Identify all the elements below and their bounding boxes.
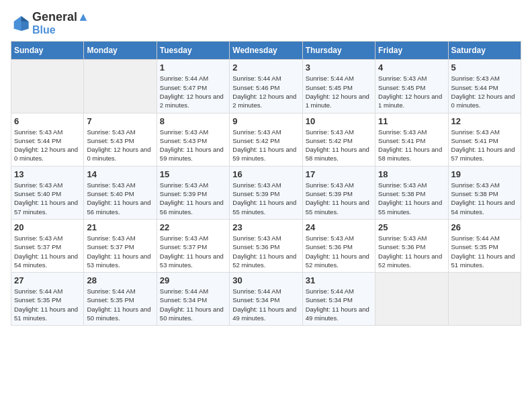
column-header-sunday: Sunday xyxy=(11,42,84,60)
day-info: Sunrise: 5:43 AM Sunset: 5:41 PM Dayligh… xyxy=(378,128,445,163)
day-info: Sunrise: 5:44 AM Sunset: 5:34 PM Dayligh… xyxy=(306,287,372,322)
week-row-2: 6Sunrise: 5:43 AM Sunset: 5:44 PM Daylig… xyxy=(11,113,521,166)
day-number: 30 xyxy=(232,275,299,285)
logo-icon xyxy=(11,14,30,33)
day-info: Sunrise: 5:43 AM Sunset: 5:38 PM Dayligh… xyxy=(378,181,445,216)
calendar-cell: 13Sunrise: 5:43 AM Sunset: 5:40 PM Dayli… xyxy=(11,166,84,219)
calendar-cell: 2Sunrise: 5:44 AM Sunset: 5:46 PM Daylig… xyxy=(230,60,302,113)
day-number: 17 xyxy=(306,169,372,179)
calendar-cell: 25Sunrise: 5:43 AM Sunset: 5:36 PM Dayli… xyxy=(375,219,448,272)
day-number: 9 xyxy=(232,116,299,126)
calendar-cell: 8Sunrise: 5:43 AM Sunset: 5:43 PM Daylig… xyxy=(157,113,229,166)
calendar-cell: 9Sunrise: 5:43 AM Sunset: 5:42 PM Daylig… xyxy=(230,113,302,166)
day-info: Sunrise: 5:43 AM Sunset: 5:36 PM Dayligh… xyxy=(378,234,445,269)
day-number: 5 xyxy=(451,62,518,73)
calendar-cell: 17Sunrise: 5:43 AM Sunset: 5:39 PM Dayli… xyxy=(302,166,375,219)
calendar-cell: 26Sunrise: 5:44 AM Sunset: 5:35 PM Dayli… xyxy=(448,219,521,272)
column-header-thursday: Thursday xyxy=(302,42,375,60)
day-number: 23 xyxy=(232,222,299,232)
calendar-header-row: SundayMondayTuesdayWednesdayThursdayFrid… xyxy=(11,42,521,60)
day-info: Sunrise: 5:43 AM Sunset: 5:39 PM Dayligh… xyxy=(160,181,226,216)
day-number: 18 xyxy=(378,169,445,179)
day-info: Sunrise: 5:43 AM Sunset: 5:44 PM Dayligh… xyxy=(451,74,518,109)
column-header-monday: Monday xyxy=(84,42,157,60)
day-info: Sunrise: 5:43 AM Sunset: 5:44 PM Dayligh… xyxy=(14,128,81,163)
day-number: 13 xyxy=(14,169,81,179)
day-info: Sunrise: 5:43 AM Sunset: 5:37 PM Dayligh… xyxy=(14,234,81,269)
day-info: Sunrise: 5:43 AM Sunset: 5:43 PM Dayligh… xyxy=(87,128,153,163)
day-number: 2 xyxy=(232,62,299,73)
day-info: Sunrise: 5:43 AM Sunset: 5:37 PM Dayligh… xyxy=(87,234,153,269)
calendar-cell: 16Sunrise: 5:43 AM Sunset: 5:39 PM Dayli… xyxy=(230,166,302,219)
logo: General▲ Blue xyxy=(11,11,89,36)
calendar-cell xyxy=(375,273,448,326)
day-number: 1 xyxy=(160,62,226,73)
day-info: Sunrise: 5:43 AM Sunset: 5:40 PM Dayligh… xyxy=(87,181,153,216)
calendar-cell: 10Sunrise: 5:43 AM Sunset: 5:42 PM Dayli… xyxy=(302,113,375,166)
calendar-cell: 1Sunrise: 5:44 AM Sunset: 5:47 PM Daylig… xyxy=(157,60,229,113)
calendar-cell: 5Sunrise: 5:43 AM Sunset: 5:44 PM Daylig… xyxy=(448,60,521,113)
day-number: 7 xyxy=(87,116,153,126)
day-number: 27 xyxy=(14,275,81,285)
svg-marker-1 xyxy=(21,16,29,21)
day-number: 28 xyxy=(87,275,153,285)
calendar-cell: 24Sunrise: 5:43 AM Sunset: 5:36 PM Dayli… xyxy=(302,219,375,272)
day-info: Sunrise: 5:44 AM Sunset: 5:35 PM Dayligh… xyxy=(14,287,81,322)
week-row-3: 13Sunrise: 5:43 AM Sunset: 5:40 PM Dayli… xyxy=(11,166,521,219)
day-info: Sunrise: 5:43 AM Sunset: 5:40 PM Dayligh… xyxy=(14,181,81,216)
day-number: 4 xyxy=(378,62,445,73)
day-info: Sunrise: 5:43 AM Sunset: 5:37 PM Dayligh… xyxy=(160,234,226,269)
day-info: Sunrise: 5:44 AM Sunset: 5:34 PM Dayligh… xyxy=(160,287,226,322)
calendar-cell: 27Sunrise: 5:44 AM Sunset: 5:35 PM Dayli… xyxy=(11,273,84,326)
day-info: Sunrise: 5:44 AM Sunset: 5:46 PM Dayligh… xyxy=(232,74,299,109)
day-number: 16 xyxy=(232,169,299,179)
calendar-cell: 28Sunrise: 5:44 AM Sunset: 5:35 PM Dayli… xyxy=(84,273,157,326)
column-header-friday: Friday xyxy=(375,42,448,60)
column-header-saturday: Saturday xyxy=(448,42,521,60)
day-info: Sunrise: 5:44 AM Sunset: 5:35 PM Dayligh… xyxy=(87,287,153,322)
week-row-4: 20Sunrise: 5:43 AM Sunset: 5:37 PM Dayli… xyxy=(11,219,521,272)
calendar-cell: 6Sunrise: 5:43 AM Sunset: 5:44 PM Daylig… xyxy=(11,113,84,166)
day-number: 12 xyxy=(451,116,518,126)
week-row-1: 1Sunrise: 5:44 AM Sunset: 5:47 PM Daylig… xyxy=(11,60,521,113)
calendar-cell: 19Sunrise: 5:43 AM Sunset: 5:38 PM Dayli… xyxy=(448,166,521,219)
day-info: Sunrise: 5:43 AM Sunset: 5:39 PM Dayligh… xyxy=(306,181,372,216)
page-header: General▲ Blue xyxy=(11,11,521,36)
day-info: Sunrise: 5:44 AM Sunset: 5:47 PM Dayligh… xyxy=(160,74,226,109)
day-info: Sunrise: 5:43 AM Sunset: 5:42 PM Dayligh… xyxy=(306,128,372,163)
day-number: 8 xyxy=(160,116,226,126)
day-info: Sunrise: 5:43 AM Sunset: 5:42 PM Dayligh… xyxy=(232,128,299,163)
calendar-cell: 15Sunrise: 5:43 AM Sunset: 5:39 PM Dayli… xyxy=(157,166,229,219)
day-info: Sunrise: 5:43 AM Sunset: 5:39 PM Dayligh… xyxy=(232,181,299,216)
calendar-cell xyxy=(448,273,521,326)
day-info: Sunrise: 5:43 AM Sunset: 5:36 PM Dayligh… xyxy=(306,234,372,269)
day-number: 24 xyxy=(306,222,372,232)
calendar-cell: 22Sunrise: 5:43 AM Sunset: 5:37 PM Dayli… xyxy=(157,219,229,272)
day-number: 19 xyxy=(451,169,518,179)
day-number: 22 xyxy=(160,222,226,232)
day-info: Sunrise: 5:44 AM Sunset: 5:34 PM Dayligh… xyxy=(232,287,299,322)
calendar-cell: 29Sunrise: 5:44 AM Sunset: 5:34 PM Dayli… xyxy=(157,273,229,326)
day-number: 31 xyxy=(306,275,372,285)
calendar-cell: 12Sunrise: 5:43 AM Sunset: 5:41 PM Dayli… xyxy=(448,113,521,166)
logo-text: General▲ Blue xyxy=(32,11,89,36)
day-number: 11 xyxy=(378,116,445,126)
week-row-5: 27Sunrise: 5:44 AM Sunset: 5:35 PM Dayli… xyxy=(11,273,521,326)
day-number: 3 xyxy=(306,62,372,73)
calendar-cell: 30Sunrise: 5:44 AM Sunset: 5:34 PM Dayli… xyxy=(230,273,302,326)
day-number: 15 xyxy=(160,169,226,179)
day-number: 10 xyxy=(306,116,372,126)
calendar-cell: 21Sunrise: 5:43 AM Sunset: 5:37 PM Dayli… xyxy=(84,219,157,272)
day-number: 29 xyxy=(160,275,226,285)
day-number: 21 xyxy=(87,222,153,232)
day-info: Sunrise: 5:43 AM Sunset: 5:43 PM Dayligh… xyxy=(160,128,226,163)
day-number: 14 xyxy=(87,169,153,179)
calendar-cell: 31Sunrise: 5:44 AM Sunset: 5:34 PM Dayli… xyxy=(302,273,375,326)
day-info: Sunrise: 5:44 AM Sunset: 5:35 PM Dayligh… xyxy=(451,234,518,269)
calendar-cell xyxy=(11,60,84,113)
day-info: Sunrise: 5:43 AM Sunset: 5:36 PM Dayligh… xyxy=(232,234,299,269)
calendar-table: SundayMondayTuesdayWednesdayThursdayFrid… xyxy=(11,41,521,326)
calendar-cell: 4Sunrise: 5:43 AM Sunset: 5:45 PM Daylig… xyxy=(375,60,448,113)
column-header-wednesday: Wednesday xyxy=(230,42,302,60)
day-number: 20 xyxy=(14,222,81,232)
